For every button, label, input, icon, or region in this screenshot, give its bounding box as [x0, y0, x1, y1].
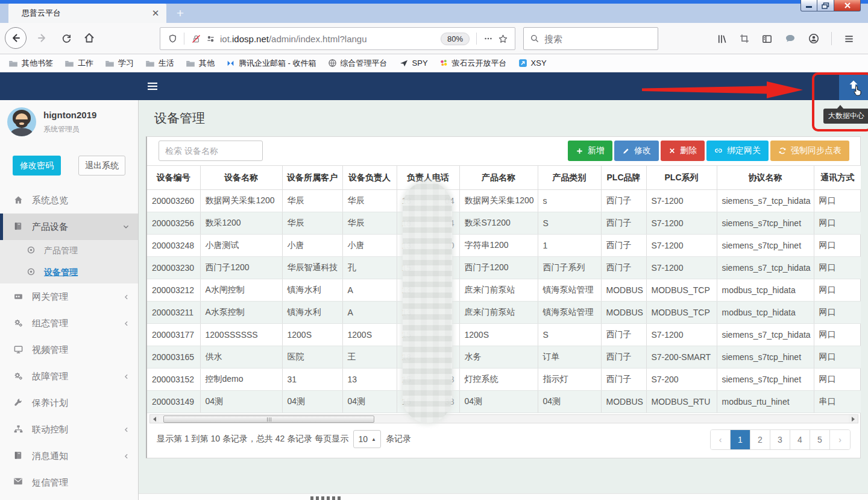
next-page-button[interactable]: › [830, 430, 850, 449]
sidebar-item-linkage-control[interactable]: 联动控制 [0, 416, 138, 443]
window-minimize-button[interactable] [800, 0, 817, 11]
window-close-button[interactable] [834, 0, 861, 11]
account-icon[interactable] [808, 33, 820, 45]
page-button-4[interactable]: 4 [790, 430, 810, 449]
zoom-level-badge[interactable]: 80% [441, 33, 470, 45]
tab-close-icon[interactable]: ✕ [151, 8, 160, 18]
chat-bubble-icon[interactable] [784, 33, 796, 45]
column-header[interactable]: 设备名称 [200, 166, 282, 190]
sidebar-item-fault-mgmt[interactable]: 故障管理 [0, 363, 138, 390]
bookmark-ys-open[interactable]: 萤石云开放平台 [439, 58, 507, 69]
table-row[interactable]: 200003211A水泵控制镇海水利A13庶来门前泵站镇海泵站管理MODBUSM… [147, 302, 861, 324]
page-button-5[interactable]: 5 [810, 430, 830, 449]
device-search-input[interactable] [159, 141, 263, 161]
page-button-3[interactable]: 3 [770, 430, 790, 449]
delete-button[interactable]: 删除 [661, 141, 705, 161]
column-header[interactable]: 通讯方式 [814, 166, 861, 190]
bookmark-spy[interactable]: SPY [399, 59, 428, 68]
edit-button[interactable]: 修改 [614, 141, 659, 161]
column-header[interactable]: 设备负责人 [342, 166, 397, 190]
library-icon[interactable] [716, 33, 728, 45]
back-button[interactable] [5, 27, 27, 49]
page-button-2[interactable]: 2 [750, 430, 770, 449]
sidebar-subitem-device-mgmt[interactable]: 设备管理 [0, 262, 138, 283]
table-row[interactable]: 200003256数采1200华辰华辰184数采S71200S西门子S7-120… [147, 212, 861, 235]
tracking-shield-icon[interactable] [165, 30, 180, 47]
permissions-icon[interactable] [203, 30, 218, 47]
sidebar-item-sms-mgmt[interactable]: 短信管理 [0, 469, 138, 496]
bookmark-other-bookmarks[interactable]: 其他书签 [8, 58, 53, 69]
table-row[interactable]: 200003260数据网关采集1200华辰华辰1804数据网关采集1200s西门… [147, 190, 861, 212]
bookmark-other[interactable]: 其他 [186, 58, 215, 69]
sidebar-item-label: 网关管理 [32, 291, 115, 303]
url-bar[interactable]: iot.idosp.net/admin/index.html?langu 80% [160, 27, 515, 50]
reload-button[interactable] [55, 27, 77, 49]
table-row[interactable]: 2000031771200SSSSSS1200S1200S151200SS西门子… [147, 324, 861, 346]
bookmark-life[interactable]: 生活 [145, 58, 174, 69]
page-actions-icon[interactable] [481, 30, 495, 47]
cell-plc-series: S7-200-SMART [646, 346, 717, 369]
forward-button[interactable] [31, 27, 53, 49]
cell-plc-brand: 西门子 [601, 324, 646, 346]
window-restore-button[interactable] [817, 0, 834, 11]
bind-gateway-button[interactable]: 绑定网关 [706, 141, 769, 161]
logout-button[interactable]: 退出系统 [78, 156, 125, 176]
bookmark-xsy[interactable]: XSY [518, 59, 547, 68]
table-row[interactable]: 20000314904测04测04测153804测04测MODBUSMODBUS… [147, 391, 861, 413]
column-header[interactable]: 协议名称 [717, 166, 814, 190]
cell-category: 镇海泵站管理 [538, 279, 601, 302]
column-header[interactable]: 设备所属客户 [282, 166, 342, 190]
bookmark-tencent-mail[interactable]: 腾讯企业邮箱 - 收件箱 [226, 58, 316, 69]
column-header[interactable]: 产品类别 [538, 166, 601, 190]
cell-comm-type: 串口 [814, 391, 861, 413]
new-tab-button[interactable]: + [172, 5, 188, 21]
table-row[interactable]: 200003230西门子1200华辰智通科技孔15西门子1200西门子系列西门子… [147, 257, 861, 279]
browser-tab[interactable]: 思普云平台 ✕ [8, 4, 166, 23]
sidebar-item-video-mgmt[interactable]: 视频管理 [0, 337, 138, 363]
bookmark-study[interactable]: 学习 [105, 58, 134, 69]
table-row[interactable]: 200003248小唐测试小唐小唐130字符串12001西门子S7-1200si… [147, 235, 861, 257]
cell-product: 灯控系统 [459, 369, 538, 391]
sidebar-item-partial-item[interactable] [0, 496, 138, 500]
scrollbar-thumb[interactable] [163, 416, 374, 423]
table-row[interactable]: 200003152控制demo3113153灯控系统指示灯西门子S7-200si… [147, 369, 861, 391]
sidebar-item-system-overview[interactable]: 系统总览 [0, 187, 138, 214]
table-row[interactable]: 200003165供水医院王18水务订单西门子S7-200-SMARTsieme… [147, 346, 861, 369]
browser-search-input[interactable] [544, 34, 635, 44]
column-header[interactable]: PLC系列 [646, 166, 717, 190]
screenshot-crop-icon[interactable] [739, 33, 750, 44]
sidebar-item-product-device[interactable]: 产品设备 [0, 214, 138, 240]
insecure-lock-icon[interactable] [189, 30, 203, 47]
bookmark-work[interactable]: 工作 [64, 58, 93, 69]
home-button[interactable] [78, 27, 100, 49]
sidebar-toggle-icon[interactable] [761, 33, 773, 45]
prev-page-button[interactable]: ‹ [711, 430, 731, 449]
column-header[interactable]: PLC品牌 [601, 166, 646, 190]
page-size-dropdown[interactable]: 10▲ [353, 430, 381, 448]
column-header[interactable]: 产品名称 [459, 166, 538, 190]
change-password-button[interactable]: 修改密码 [13, 156, 61, 176]
sidebar-item-message-notify[interactable]: 消息通知 [0, 443, 138, 469]
scroll-left-arrow[interactable] [150, 415, 159, 423]
cell-protocol: siemens_s7_tcp_hidata [717, 257, 814, 279]
search-icon [530, 34, 539, 43]
menu-hamburger-icon[interactable] [843, 33, 855, 45]
browser-search-box[interactable] [523, 27, 658, 50]
sidebar-item-maintenance-plan[interactable]: 保养计划 [0, 390, 138, 416]
sidebar-collapse-icon[interactable] [146, 80, 159, 92]
page-button-1[interactable]: 1 [731, 430, 750, 449]
horizontal-scrollbar[interactable] [149, 414, 858, 423]
scroll-right-arrow[interactable] [849, 415, 858, 423]
force-sync-button[interactable]: 强制同步点表 [770, 141, 849, 161]
user-avatar[interactable] [7, 107, 36, 136]
sidebar-item-config-mgmt[interactable]: 组态管理 [0, 310, 138, 337]
bookmark-star-icon[interactable] [495, 30, 510, 47]
bookmark-mgmt-platform[interactable]: 综合管理平台 [328, 58, 388, 69]
sidebar-subitem-product-mgmt[interactable]: 产品管理 [0, 240, 138, 262]
sidebar-item-gateway-mgmt[interactable]: 网关管理 [0, 283, 138, 310]
add-button[interactable]: 新增 [568, 141, 612, 161]
pagination-controls: ‹12345› [710, 429, 851, 450]
table-row[interactable]: 200003212A水闸控制镇海水利A13庶来门前泵站镇海泵站管理MODBUSM… [147, 279, 861, 302]
cell-manager: 华辰 [342, 212, 397, 235]
column-header[interactable]: 设备编号 [147, 166, 200, 190]
